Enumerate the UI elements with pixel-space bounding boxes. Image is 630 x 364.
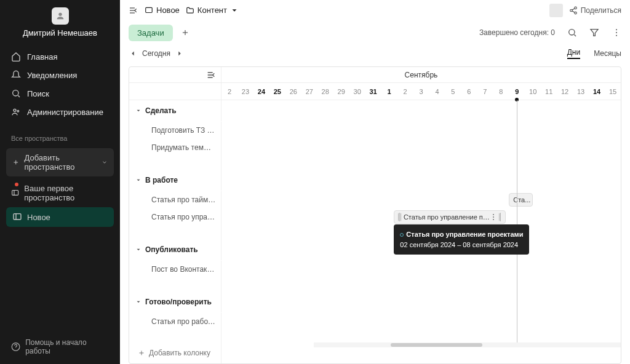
topbar: Новое Контент Поделиться <box>120 0 630 21</box>
help-label: Помощь и начало работы <box>25 338 109 355</box>
day-cell[interactable]: 31 <box>365 83 381 100</box>
share-icon <box>569 6 578 15</box>
help-button[interactable]: Помощь и начало работы <box>0 330 120 364</box>
day-cell[interactable]: 10 <box>525 83 541 100</box>
prev-arrow-icon[interactable] <box>129 49 137 58</box>
svg-line-20 <box>572 8 575 9</box>
caret-down-icon <box>230 6 239 15</box>
task-row[interactable]: Придумать темы д... <box>129 139 621 156</box>
scroll-thumb[interactable] <box>391 343 483 347</box>
kebab-icon[interactable] <box>612 28 621 38</box>
breadcrumb-folder[interactable]: Контент <box>186 6 239 15</box>
task-row[interactable]: Подготовить ТЗ дл... <box>129 122 621 139</box>
space-item-first[interactable]: Ваше первое пространство <box>0 179 120 207</box>
task-bar[interactable]: Ста... <box>509 193 533 207</box>
day-cell[interactable]: 5 <box>445 83 461 100</box>
primary-nav: Главная Уведомления Поиск Администрирова… <box>0 42 120 126</box>
chevron-down-icon <box>102 159 108 166</box>
svg-point-3 <box>14 109 16 111</box>
day-cell[interactable]: 24 <box>253 83 269 100</box>
nav-home[interactable]: Главная <box>0 47 120 66</box>
nav-label: Администрирование <box>27 108 103 117</box>
day-cell[interactable]: 11 <box>541 83 557 100</box>
day-cell[interactable]: 3 <box>413 83 429 100</box>
group-header[interactable]: В работе <box>129 170 621 191</box>
plus-icon <box>138 349 145 357</box>
add-space-button[interactable]: Добавить пространство <box>6 148 114 176</box>
day-cell[interactable]: 7 <box>477 83 493 100</box>
board-icon <box>11 188 19 198</box>
breadcrumb-space[interactable]: Новое <box>145 6 180 15</box>
caret-down-icon[interactable] <box>135 177 142 183</box>
caret-down-icon[interactable] <box>135 247 142 253</box>
username: Дмитрий Немешаев <box>0 28 120 38</box>
day-cell[interactable]: 1 <box>381 83 397 100</box>
h-scrollbar[interactable] <box>314 342 621 347</box>
share-label: Поделиться <box>581 6 621 15</box>
nav-search[interactable]: Поиск <box>0 84 120 103</box>
help-icon <box>11 342 20 352</box>
task-row[interactable]: Статья про тайм-ме...Ста... <box>129 191 621 208</box>
timeline-header-month: Сентябрь <box>129 67 621 83</box>
space-label: Ваше первое пространство <box>24 184 109 202</box>
month-label: Сентябрь <box>221 67 621 82</box>
share-button[interactable]: Поделиться <box>569 6 621 15</box>
svg-point-17 <box>574 7 576 9</box>
search-icon[interactable] <box>567 28 577 38</box>
day-cell[interactable]: 9 <box>509 83 525 100</box>
kebab-icon[interactable] <box>491 214 496 220</box>
day-cell[interactable]: 2 <box>397 83 413 100</box>
group-header[interactable]: Сделать <box>129 100 621 122</box>
day-cell[interactable]: 30 <box>349 83 365 100</box>
task-row[interactable]: Пост во Вконтакте ... <box>129 261 621 278</box>
svg-point-28 <box>616 32 617 33</box>
nav-notifications[interactable]: Уведомления <box>0 66 120 84</box>
svg-point-4 <box>17 110 19 112</box>
next-arrow-icon[interactable] <box>175 49 184 58</box>
day-cell[interactable]: 4 <box>429 83 445 100</box>
caret-down-icon[interactable] <box>135 108 142 114</box>
collapse-sidebar-icon[interactable] <box>129 6 138 15</box>
add-view-button[interactable] <box>178 25 193 40</box>
group-header[interactable]: Опубликовать <box>129 239 621 261</box>
group-header[interactable]: Готово/проверить <box>129 291 621 313</box>
today-label[interactable]: Сегодня <box>142 49 170 58</box>
search-icon <box>11 89 21 98</box>
folder-icon <box>186 6 194 15</box>
add-column-button[interactable]: Добавить колонку <box>129 342 221 363</box>
day-cell[interactable]: 12 <box>557 83 573 100</box>
spaces-label: Все пространства <box>0 126 120 146</box>
day-cell[interactable]: 8 <box>493 83 509 100</box>
caret-down-icon[interactable] <box>135 299 142 305</box>
view-days[interactable]: Дни <box>567 48 580 59</box>
day-cell[interactable]: 25 <box>269 83 285 100</box>
tasks-chip[interactable]: Задачи <box>129 25 173 41</box>
day-cell[interactable]: 2 <box>221 83 237 100</box>
filter-icon[interactable] <box>589 28 599 38</box>
day-cell[interactable]: 29 <box>333 83 349 100</box>
day-cell[interactable]: 15 <box>605 83 621 100</box>
task-bar[interactable]: Статья про управление прое... <box>394 210 506 224</box>
view-months[interactable]: Месяцы <box>594 49 621 58</box>
day-cell[interactable]: 14 <box>589 83 605 100</box>
day-cell[interactable]: 13 <box>573 83 589 100</box>
day-cell[interactable]: 6 <box>461 83 477 100</box>
avatar[interactable] <box>52 7 69 25</box>
nav-admin[interactable]: Администрирование <box>0 103 120 121</box>
task-row[interactable]: Статья про работу ... <box>129 313 621 330</box>
task-row[interactable]: Статья про управле...Статья про управлен… <box>129 208 621 226</box>
day-cell[interactable]: 27 <box>301 83 317 100</box>
svg-point-29 <box>616 35 617 36</box>
day-cell[interactable]: 26 <box>285 83 301 100</box>
timeline-header-days: 2232425262728293031123456789101112131415 <box>129 83 621 100</box>
day-cell[interactable]: 23 <box>237 83 253 100</box>
space-item-new[interactable]: Новое <box>6 207 114 227</box>
svg-rect-7 <box>12 191 18 196</box>
bell-icon <box>11 70 21 80</box>
current-user-avatar[interactable] <box>549 4 563 17</box>
collapse-left-icon[interactable] <box>206 70 216 80</box>
svg-rect-9 <box>14 214 21 220</box>
notification-dot <box>15 183 18 186</box>
day-cell[interactable]: 28 <box>317 83 333 100</box>
board-icon <box>12 212 22 222</box>
